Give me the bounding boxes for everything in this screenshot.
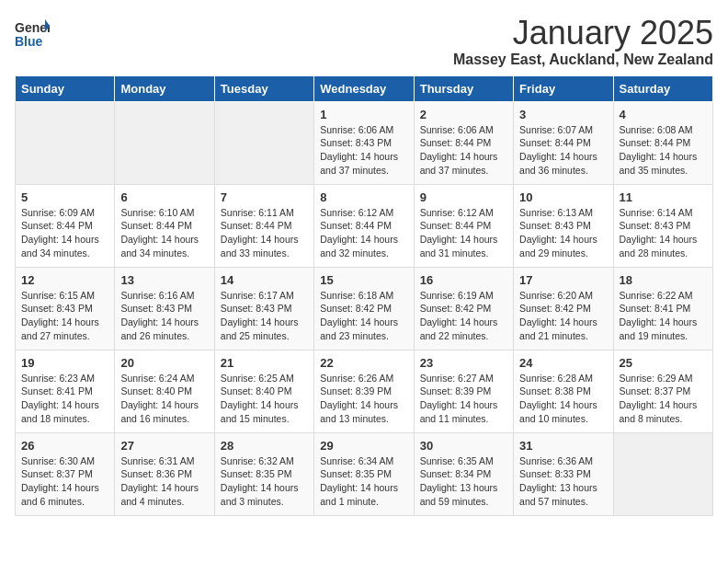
day-number: 11	[620, 190, 707, 204]
day-info: Sunrise: 6:22 AMSunset: 8:41 PMDaylight:…	[620, 290, 698, 341]
table-row: 31Sunrise: 6:36 AMSunset: 8:33 PMDayligh…	[514, 432, 613, 515]
logo: General Blue	[15, 18, 50, 52]
table-row	[613, 432, 712, 515]
col-sunday: Sunday	[16, 75, 115, 101]
day-number: 24	[519, 356, 607, 370]
day-number: 1	[320, 108, 407, 121]
day-info: Sunrise: 6:30 AMSunset: 8:37 PMDaylight:…	[21, 455, 99, 507]
day-info: Sunrise: 6:24 AMSunset: 8:40 PMDaylight:…	[120, 373, 199, 424]
table-row: 9Sunrise: 6:12 AMSunset: 8:44 PMDaylight…	[414, 184, 513, 267]
table-row: 11Sunrise: 6:14 AMSunset: 8:43 PMDayligh…	[613, 184, 712, 267]
day-number: 25	[620, 356, 707, 370]
table-row: 7Sunrise: 6:11 AMSunset: 8:44 PMDaylight…	[214, 184, 313, 267]
day-info: Sunrise: 6:12 AMSunset: 8:44 PMDaylight:…	[320, 207, 398, 259]
table-row: 15Sunrise: 6:18 AMSunset: 8:42 PMDayligh…	[314, 267, 414, 350]
logo-svg: General Blue	[15, 18, 50, 52]
day-info: Sunrise: 6:35 AMSunset: 8:34 PMDaylight:…	[420, 455, 498, 507]
table-row: 6Sunrise: 6:10 AMSunset: 8:44 PMDaylight…	[115, 184, 214, 267]
day-number: 5	[21, 190, 108, 204]
table-row	[16, 101, 115, 184]
day-number: 15	[320, 273, 407, 287]
day-info: Sunrise: 6:13 AMSunset: 8:43 PMDaylight:…	[519, 207, 597, 259]
day-number: 28	[221, 439, 308, 453]
table-row: 22Sunrise: 6:26 AMSunset: 8:39 PMDayligh…	[314, 350, 414, 432]
table-row: 30Sunrise: 6:35 AMSunset: 8:34 PMDayligh…	[414, 432, 513, 515]
col-wednesday: Wednesday	[314, 75, 414, 101]
day-info: Sunrise: 6:29 AMSunset: 8:37 PMDaylight:…	[620, 373, 698, 424]
day-info: Sunrise: 6:18 AMSunset: 8:42 PMDaylight:…	[320, 290, 398, 341]
day-info: Sunrise: 6:06 AMSunset: 8:43 PMDaylight:…	[320, 124, 398, 176]
day-info: Sunrise: 6:17 AMSunset: 8:43 PMDaylight:…	[221, 290, 299, 341]
day-number: 17	[519, 273, 607, 287]
table-row: 26Sunrise: 6:30 AMSunset: 8:37 PMDayligh…	[16, 432, 115, 515]
calendar-header-row: Sunday Monday Tuesday Wednesday Thursday…	[16, 75, 713, 101]
calendar-week-row: 26Sunrise: 6:30 AMSunset: 8:37 PMDayligh…	[16, 432, 713, 515]
day-info: Sunrise: 6:25 AMSunset: 8:40 PMDaylight:…	[221, 373, 299, 424]
table-row: 17Sunrise: 6:20 AMSunset: 8:42 PMDayligh…	[514, 267, 613, 350]
day-number: 29	[320, 439, 407, 453]
table-row: 13Sunrise: 6:16 AMSunset: 8:43 PMDayligh…	[115, 267, 214, 350]
calendar-week-row: 5Sunrise: 6:09 AMSunset: 8:44 PMDaylight…	[16, 184, 713, 267]
col-tuesday: Tuesday	[214, 75, 313, 101]
day-number: 13	[120, 273, 208, 287]
day-info: Sunrise: 6:34 AMSunset: 8:35 PMDaylight:…	[320, 455, 398, 507]
calendar-week-row: 1Sunrise: 6:06 AMSunset: 8:43 PMDaylight…	[16, 101, 713, 184]
table-row: 28Sunrise: 6:32 AMSunset: 8:35 PMDayligh…	[214, 432, 313, 515]
day-info: Sunrise: 6:26 AMSunset: 8:39 PMDaylight:…	[320, 373, 398, 424]
day-number: 22	[320, 356, 407, 370]
day-info: Sunrise: 6:06 AMSunset: 8:44 PMDaylight:…	[420, 124, 498, 176]
day-number: 27	[120, 439, 208, 453]
day-info: Sunrise: 6:08 AMSunset: 8:44 PMDaylight:…	[620, 124, 698, 176]
calendar-week-row: 12Sunrise: 6:15 AMSunset: 8:43 PMDayligh…	[16, 267, 713, 350]
table-row: 5Sunrise: 6:09 AMSunset: 8:44 PMDaylight…	[16, 184, 115, 267]
table-row: 29Sunrise: 6:34 AMSunset: 8:35 PMDayligh…	[314, 432, 414, 515]
table-row: 27Sunrise: 6:31 AMSunset: 8:36 PMDayligh…	[115, 432, 214, 515]
calendar-week-row: 19Sunrise: 6:23 AMSunset: 8:41 PMDayligh…	[16, 350, 713, 432]
table-row: 2Sunrise: 6:06 AMSunset: 8:44 PMDaylight…	[414, 101, 513, 184]
day-number: 8	[320, 190, 407, 204]
col-friday: Friday	[514, 75, 613, 101]
day-number: 10	[519, 190, 607, 204]
day-number: 18	[620, 273, 707, 287]
day-info: Sunrise: 6:31 AMSunset: 8:36 PMDaylight:…	[120, 455, 199, 507]
table-row	[115, 101, 214, 184]
calendar-table: Sunday Monday Tuesday Wednesday Thursday…	[15, 75, 713, 516]
day-number: 20	[120, 356, 208, 370]
day-info: Sunrise: 6:28 AMSunset: 8:38 PMDaylight:…	[519, 373, 597, 424]
table-row: 19Sunrise: 6:23 AMSunset: 8:41 PMDayligh…	[16, 350, 115, 432]
day-number: 2	[420, 108, 507, 121]
day-info: Sunrise: 6:23 AMSunset: 8:41 PMDaylight:…	[21, 373, 99, 424]
day-info: Sunrise: 6:32 AMSunset: 8:35 PMDaylight:…	[221, 455, 299, 507]
day-info: Sunrise: 6:19 AMSunset: 8:42 PMDaylight:…	[420, 290, 498, 341]
day-info: Sunrise: 6:09 AMSunset: 8:44 PMDaylight:…	[21, 207, 99, 259]
table-row: 16Sunrise: 6:19 AMSunset: 8:42 PMDayligh…	[414, 267, 513, 350]
table-row: 21Sunrise: 6:25 AMSunset: 8:40 PMDayligh…	[214, 350, 313, 432]
title-area: January 2025 Massey East, Auckland, New …	[453, 15, 713, 68]
table-row: 25Sunrise: 6:29 AMSunset: 8:37 PMDayligh…	[613, 350, 712, 432]
table-row: 4Sunrise: 6:08 AMSunset: 8:44 PMDaylight…	[613, 101, 712, 184]
svg-text:Blue: Blue	[15, 34, 43, 49]
table-row	[214, 101, 313, 184]
table-row: 14Sunrise: 6:17 AMSunset: 8:43 PMDayligh…	[214, 267, 313, 350]
day-info: Sunrise: 6:10 AMSunset: 8:44 PMDaylight:…	[120, 207, 199, 259]
day-number: 7	[221, 190, 308, 204]
day-number: 9	[420, 190, 507, 204]
table-row: 12Sunrise: 6:15 AMSunset: 8:43 PMDayligh…	[16, 267, 115, 350]
day-number: 30	[420, 439, 507, 453]
day-number: 19	[21, 356, 108, 370]
calendar-title: January 2025	[453, 15, 713, 52]
col-thursday: Thursday	[414, 75, 513, 101]
col-monday: Monday	[115, 75, 214, 101]
day-info: Sunrise: 6:12 AMSunset: 8:44 PMDaylight:…	[420, 207, 498, 259]
calendar-subtitle: Massey East, Auckland, New Zealand	[453, 52, 713, 68]
day-number: 4	[620, 108, 707, 121]
day-number: 16	[420, 273, 507, 287]
table-row: 1Sunrise: 6:06 AMSunset: 8:43 PMDaylight…	[314, 101, 414, 184]
day-info: Sunrise: 6:16 AMSunset: 8:43 PMDaylight:…	[120, 290, 199, 341]
table-row: 8Sunrise: 6:12 AMSunset: 8:44 PMDaylight…	[314, 184, 414, 267]
day-number: 23	[420, 356, 507, 370]
day-number: 31	[519, 439, 607, 453]
table-row: 18Sunrise: 6:22 AMSunset: 8:41 PMDayligh…	[613, 267, 712, 350]
day-number: 6	[120, 190, 208, 204]
day-number: 21	[221, 356, 308, 370]
